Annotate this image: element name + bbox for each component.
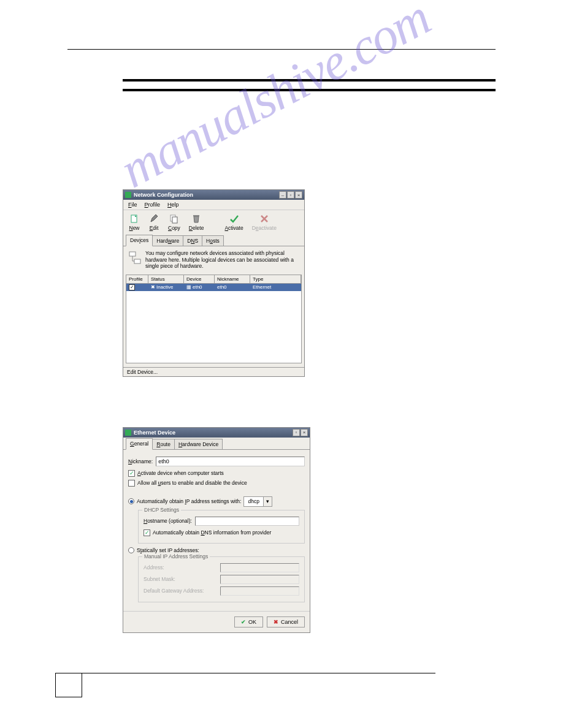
ok-icon: ✔ — [241, 619, 246, 625]
gateway-input — [220, 586, 299, 596]
table-row[interactable]: ✓ ✖Inactive ▦eth0 eth0 Ethernet — [126, 284, 301, 291]
menu-help[interactable]: Help — [167, 202, 179, 208]
cancel-icon: ✖ — [274, 619, 278, 625]
auto-dns-checkbox[interactable]: ✓ — [144, 529, 150, 536]
copy-button[interactable]: Copy — [166, 213, 182, 232]
th-device[interactable]: Device — [184, 275, 215, 283]
dhcp-dropdown[interactable]: dhcp ▾ — [243, 496, 272, 507]
statusbar: Edit Device... — [123, 367, 304, 376]
new-button[interactable]: New — [127, 213, 142, 232]
tab-hardware[interactable]: Hardware — [152, 235, 183, 246]
new-icon — [129, 213, 140, 224]
info-box: You may configure network devices associ… — [123, 246, 304, 275]
dhcp-fieldset: DHCP Settings Hostname (optional): ✓ Aut… — [138, 510, 305, 544]
td-device: ▦eth0 — [184, 284, 215, 290]
tab-row-2: General Route Hardware Device — [123, 438, 310, 450]
tab-route[interactable]: Route — [152, 439, 175, 449]
chevron-down-icon: ▾ — [263, 497, 272, 506]
auto-ip-label: Automatically obtain IP address settings… — [137, 498, 241, 504]
menu-file-rest: ile — [132, 202, 137, 208]
td-type: Ethernet — [250, 284, 301, 290]
tab-devices[interactable]: Devices — [126, 235, 153, 246]
menu-file[interactable]: File — [128, 202, 137, 208]
address-input — [220, 563, 299, 572]
td-profile: ✓ — [126, 284, 148, 291]
td-status: ✖Inactive — [148, 284, 184, 290]
delete-button[interactable]: Delete — [187, 213, 206, 232]
app-icon — [125, 192, 131, 198]
table-header: Profile Status Device Nickname Type — [126, 275, 301, 284]
gateway-label: Default Gateway Address: — [144, 588, 217, 594]
hostname-input[interactable] — [195, 517, 299, 526]
network-config-window: Network Configuration – ▫ × File Profile… — [123, 189, 305, 377]
th-status[interactable]: Status — [148, 275, 184, 283]
activate-checkbox[interactable]: ✓ — [128, 470, 135, 477]
top-rule — [67, 49, 496, 50]
svg-rect-2 — [172, 217, 177, 223]
maximize-button-2[interactable]: ▫ — [293, 429, 300, 436]
footer-rule — [55, 673, 435, 673]
edit-icon — [148, 213, 159, 224]
close-button-2[interactable]: × — [301, 429, 308, 436]
tab-hosts[interactable]: Hosts — [202, 235, 224, 246]
ok-button[interactable]: ✔ OK — [234, 616, 263, 628]
app-icon-2 — [125, 430, 131, 436]
thick-rule-2 — [123, 89, 496, 91]
tab-row: Devices Hardware DNS Hosts — [123, 234, 304, 246]
th-type[interactable]: Type — [250, 275, 301, 283]
manual-ip-fieldset: Manual IP Address Settings Address: Subn… — [138, 556, 305, 602]
deactivate-button: Deactivate — [250, 213, 278, 232]
edit-button[interactable]: Edit — [147, 213, 161, 232]
copy-icon — [169, 213, 180, 224]
manual-legend: Manual IP Address Settings — [142, 553, 210, 559]
address-label: Address: — [144, 564, 217, 571]
activate-icon — [229, 213, 240, 224]
toolbar: New Edit Copy Delete Activate Deactiva — [123, 210, 304, 234]
hostname-label: Hostname (optional): — [144, 518, 192, 524]
device-table: Profile Status Device Nickname Type ✓ ✖I… — [126, 275, 302, 363]
button-row: ✔ OK ✖ Cancel — [123, 611, 310, 632]
devices-icon — [128, 250, 142, 267]
static-ip-label: Statically set IP addresses: — [137, 547, 199, 553]
tab-general[interactable]: General — [126, 438, 153, 450]
delete-icon — [191, 213, 202, 224]
info-text: You may configure network devices associ… — [145, 250, 299, 270]
nickname-label: Nickname: — [128, 458, 153, 464]
maximize-button[interactable]: ▫ — [287, 191, 294, 199]
subnet-input — [220, 575, 299, 584]
td-nickname: eth0 — [215, 284, 250, 290]
minimize-button[interactable]: – — [279, 191, 286, 199]
allow-users-checkbox[interactable] — [128, 480, 135, 487]
menu-profile[interactable]: Profile — [145, 202, 161, 208]
tab-dns[interactable]: DNS — [183, 235, 202, 246]
window-title: Network Configuration — [134, 192, 279, 198]
cancel-button[interactable]: ✖ Cancel — [267, 616, 305, 628]
titlebar[interactable]: Network Configuration – ▫ × — [123, 190, 304, 200]
status-icon: ✖ — [151, 284, 155, 290]
static-ip-radio[interactable] — [128, 547, 134, 553]
th-profile[interactable]: Profile — [126, 275, 148, 283]
nickname-input[interactable] — [156, 457, 305, 466]
activate-button[interactable]: Activate — [223, 213, 245, 232]
activate-label: Activate device when computer starts — [137, 470, 224, 476]
allow-users-label: Allow all users to enable and disable th… — [137, 480, 247, 486]
dhcp-legend: DHCP Settings — [142, 507, 181, 513]
th-nickname[interactable]: Nickname — [215, 275, 250, 283]
nic-icon: ▦ — [186, 284, 191, 290]
dhcp-value: dhcp — [244, 498, 262, 504]
profile-checkbox[interactable]: ✓ — [129, 284, 135, 290]
ethernet-device-window: Ethernet Device ▫ × General Route Hardwa… — [123, 427, 310, 633]
thick-rule-1 — [123, 79, 496, 82]
close-button[interactable]: × — [295, 191, 302, 199]
window-title-2: Ethernet Device — [134, 430, 293, 436]
watermark: manualshive.com — [110, 0, 439, 200]
titlebar-2[interactable]: Ethernet Device ▫ × — [123, 428, 310, 438]
subnet-label: Subnet Mask: — [144, 576, 217, 582]
tab-hardware-device[interactable]: Hardware Device — [174, 439, 223, 449]
svg-rect-4 — [129, 252, 136, 256]
deactivate-icon — [259, 213, 270, 224]
auto-ip-radio[interactable] — [128, 498, 134, 504]
auto-dns-label: Automatically obtain DNS information fro… — [153, 529, 271, 536]
menubar: File Profile Help — [123, 200, 304, 210]
page-number-box — [55, 673, 82, 697]
